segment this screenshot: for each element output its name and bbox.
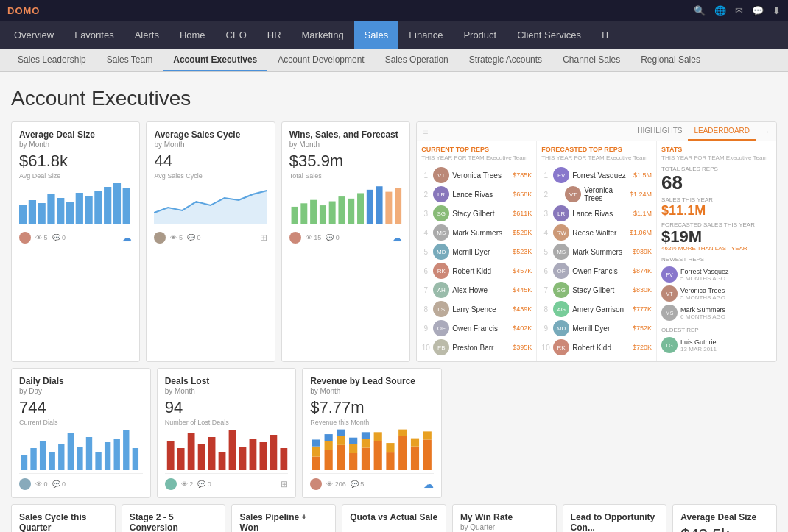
- menu-icon[interactable]: ≡: [423, 127, 428, 137]
- deals-lost-label: Number of Lost Deals: [165, 419, 289, 426]
- svg-rect-30: [68, 433, 74, 470]
- svg-rect-67: [387, 452, 395, 470]
- avg-deal-bottom-value: $43.5k: [680, 525, 769, 532]
- nav-client-services[interactable]: Client Services: [507, 21, 591, 49]
- svg-rect-39: [177, 448, 184, 470]
- subnav-sales-leadership[interactable]: Sales Leadership: [7, 49, 96, 71]
- search-icon[interactable]: 🔍: [694, 5, 706, 16]
- quota-title: Quota vs Actual Sale: [350, 512, 438, 522]
- nav-product[interactable]: Product: [453, 21, 507, 49]
- daily-dials-subtitle: by Day: [19, 387, 143, 395]
- svg-rect-41: [197, 444, 205, 470]
- svg-rect-4: [57, 198, 64, 224]
- sales-this-year-value: $11.1M: [661, 204, 772, 217]
- nav-favorites[interactable]: Favorites: [64, 21, 124, 49]
- top-bar: DOMO 🔍 🌐 ✉ 💬 ⬇: [0, 0, 788, 21]
- revenue-lead-subtitle: by Month: [310, 387, 434, 395]
- svg-rect-6: [76, 193, 83, 224]
- nav-it[interactable]: IT: [591, 21, 621, 49]
- svg-rect-48: [270, 435, 277, 470]
- svg-rect-59: [349, 453, 357, 470]
- cloud-icon: ☁: [392, 232, 402, 244]
- svg-rect-47: [259, 442, 267, 470]
- list-item: 5MSMark Summers$939K: [541, 242, 652, 261]
- svg-rect-33: [95, 452, 101, 470]
- list-item: 6OFOwen Francis$874K: [541, 261, 652, 280]
- grid-icon: ⊞: [260, 233, 267, 243]
- sub-nav: Sales Leadership Sales Team Account Exec…: [0, 49, 788, 72]
- list-item: 10RKRobert Kidd$720K: [541, 338, 652, 357]
- list-item: 8LSLarry Spence$439K: [421, 299, 532, 319]
- nav-home[interactable]: Home: [169, 21, 216, 49]
- subnav-sales-operation[interactable]: Sales Operation: [375, 49, 459, 71]
- card-avg-deal-size: Average Deal Size by Month $61.8k Avg De…: [11, 121, 140, 362]
- nav-marketing[interactable]: Marketing: [292, 21, 354, 49]
- card-avg-deal-size-bottom: Average Deal Size $43.5k Average Deal Si…: [672, 504, 777, 532]
- list-item: 2VTVeronica Trees$1.24M: [541, 185, 652, 204]
- list-item: 9OFOwen Francis$402K: [421, 319, 532, 338]
- subnav-strategic-accounts[interactable]: Strategic Accounts: [459, 49, 552, 71]
- subnav-sales-team[interactable]: Sales Team: [96, 49, 163, 71]
- forecasted-top-reps-section: Forecasted Top Reps THIS YEAR FOR TEAM E…: [537, 141, 657, 361]
- daily-dials-footer: 👁 0 💬 0: [19, 473, 143, 490]
- avg-sales-cycle-label: Avg Sales Cycle: [154, 172, 267, 180]
- svg-rect-60: [349, 444, 357, 453]
- nav-overview[interactable]: Overview: [4, 21, 64, 49]
- win-rate-subtitle: by Quarter: [460, 523, 549, 531]
- svg-marker-12: [154, 191, 267, 224]
- globe-icon[interactable]: 🌐: [714, 5, 726, 16]
- avg-sales-cycle-avatar: [154, 232, 166, 244]
- svg-rect-45: [239, 447, 246, 470]
- list-item: 1FVForrest Vasquez$1.5M: [541, 166, 652, 185]
- wins-sales-chart: [289, 180, 402, 224]
- svg-rect-53: [325, 450, 333, 470]
- svg-rect-62: [362, 448, 370, 470]
- tab-highlights[interactable]: HIGHLIGHTS: [631, 122, 688, 141]
- newest-rep-3: MSMark Summers6 MONTHS AGO: [661, 303, 772, 322]
- forecasted-top-reps-title: Forecasted Top Reps: [541, 146, 652, 153]
- newest-rep-2: VTVeronica Trees5 MONTHS AGO: [661, 284, 772, 303]
- card-sales-pipeline-won: Sales Pipeline + Won $1.41m Pipeline Val…: [231, 504, 336, 532]
- card-deals-lost: Deals Lost by Month 94 Number of Lost De…: [157, 368, 297, 498]
- notification-icon[interactable]: 💬: [752, 5, 764, 16]
- spacer-row2: [448, 368, 777, 498]
- subnav-account-executives[interactable]: Account Executives: [163, 49, 267, 71]
- card-avg-sales-cycle: Average Sales Cycle by Month 44 Avg Sale…: [146, 121, 275, 362]
- card-wins-sales-forecast: Wins, Sales, and Forecast by Month $35.9…: [281, 121, 410, 362]
- nav-hr[interactable]: HR: [257, 21, 292, 49]
- oldest-rep: LGLuis Guthrie13 MAR 2011: [661, 336, 772, 355]
- forecasted-sales-value: $19M: [661, 229, 772, 245]
- svg-rect-46: [249, 439, 256, 470]
- nav-sales[interactable]: Sales: [354, 21, 399, 49]
- nav-alerts[interactable]: Alerts: [124, 21, 169, 49]
- page-title: Account Executives: [11, 87, 777, 110]
- svg-rect-37: [133, 448, 138, 470]
- avg-sales-cycle-value: 44: [154, 152, 267, 171]
- subnav-channel-sales[interactable]: Channel Sales: [552, 49, 630, 71]
- nav-ceo[interactable]: CEO: [216, 21, 257, 49]
- nav-finance[interactable]: Finance: [398, 21, 453, 49]
- wins-sales-subtitle: by Month: [289, 141, 402, 149]
- svg-rect-20: [357, 193, 364, 224]
- list-item: 7AHAlex Howe$445K: [421, 280, 532, 299]
- avg-deal-bottom-title: Average Deal Size: [680, 512, 769, 522]
- avg-deal-size-avatar: [19, 232, 31, 244]
- svg-rect-19: [348, 199, 354, 224]
- wins-sales-footer: 👁 15 💬 0 ☁: [289, 227, 402, 244]
- subnav-regional-sales[interactable]: Regional Sales: [630, 49, 711, 71]
- svg-rect-56: [337, 445, 345, 470]
- svg-rect-10: [113, 183, 121, 224]
- subnav-account-development[interactable]: Account Development: [267, 49, 374, 71]
- svg-rect-18: [338, 196, 345, 224]
- list-item: 2LRLance Rivas$658K: [421, 185, 532, 204]
- tab-leaderboard[interactable]: LEADERBOARD: [688, 122, 756, 141]
- svg-rect-31: [77, 447, 82, 470]
- list-item: 8AGAmery Garrison$777K: [541, 299, 652, 319]
- svg-rect-70: [398, 430, 407, 436]
- arrow-right-icon: →: [761, 127, 770, 137]
- list-item: 3LRLance Rivas$1.1M: [541, 204, 652, 223]
- mail-icon[interactable]: ✉: [735, 5, 743, 16]
- avg-deal-size-title: Average Deal Size: [19, 130, 132, 140]
- download-icon[interactable]: ⬇: [773, 5, 781, 16]
- svg-rect-72: [411, 439, 419, 447]
